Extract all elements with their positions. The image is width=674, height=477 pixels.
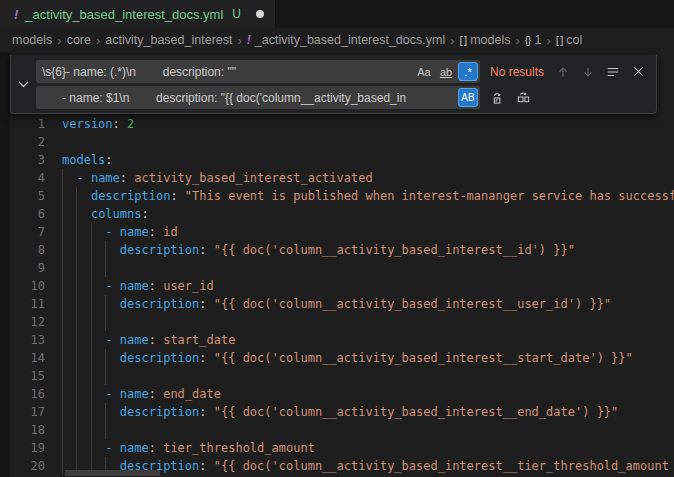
code-line[interactable]: 14 description: "{{ doc('column__activit… [0,349,674,367]
indent-guide [91,223,92,241]
indent-guide [62,313,63,331]
breadcrumb-item[interactable]: models [12,33,52,47]
code-line[interactable]: 9 [0,259,674,277]
code-token: user_id [163,279,214,293]
code-line[interactable]: 1version: 2 [0,115,674,133]
indent-guide [105,421,106,439]
breadcrumb-item[interactable]: activity_based_interest [105,33,232,47]
find-next-button[interactable] [577,61,599,83]
indent-guide [91,403,92,421]
code-token: name [120,441,149,455]
code-token: id [163,225,177,239]
tab-activity-based-interest-docs[interactable]: ! _activity_based_interest_docs.yml U [0,0,276,28]
find-input[interactable]: \s{6}- name: (.*)\n description: "" Aa a… [36,60,480,83]
indent-guide [76,367,77,385]
code-token: : [120,171,134,185]
code-line[interactable]: 8 description: "{{ doc('column__activity… [0,241,674,259]
breadcrumb-label: 1 [534,33,541,47]
modified-indicator-dot[interactable] [256,10,264,18]
code-line-text: - name: user_id [62,277,674,295]
code-line[interactable]: 15 [0,367,674,385]
breadcrumb-item[interactable]: [ ]col [556,33,583,47]
breadcrumb-separator-icon: › [515,33,519,48]
match-case-button[interactable]: Aa [414,62,434,81]
code-line[interactable]: 17 description: "{{ doc('column__activit… [0,403,674,421]
replace-input[interactable]: - name: $1\n description: "{{ doc('colum… [36,86,480,109]
replace-all-button[interactable] [512,87,534,109]
code-line[interactable]: 3models: [0,151,674,169]
git-untracked-badge: U [232,7,241,21]
symbol-object-icon: {} [525,34,531,46]
symbol-array-icon: [ ] [460,34,467,46]
code-token: columns [91,207,142,221]
toggle-replace-button[interactable] [11,55,36,113]
code-token: description [120,351,199,365]
code-token: "{{ doc('column__activity_based_interest… [214,243,575,257]
code-line[interactable]: 10 - name: user_id [0,277,674,295]
breadcrumb: models›core›activity_based_interest›!_ac… [0,28,674,52]
code-token: models [62,153,105,167]
line-number: 16 [0,385,45,403]
code-token: name [120,225,149,239]
code-line[interactable]: 16 - name: end_date [0,385,674,403]
regex-button[interactable]: .* [458,62,478,81]
line-number: 14 [0,349,45,367]
code-token: : [149,279,163,293]
code-line[interactable]: 5 description: "This event is published … [0,187,674,205]
code-line[interactable]: 12 [0,313,674,331]
breadcrumb-item[interactable]: [ ]models [460,33,511,47]
breadcrumb-item[interactable]: {}1 [525,33,542,47]
replace-button[interactable] [487,87,509,109]
close-icon[interactable] [627,61,649,83]
code-token: - [105,279,119,293]
code-line[interactable]: 7 - name: id [0,223,674,241]
breadcrumb-label: activity_based_interest [105,33,232,47]
code-line[interactable]: 18 [0,421,674,439]
indent-guide [76,385,77,403]
code-token [62,225,105,239]
breadcrumb-item[interactable]: !_activity_based_interest_docs.yml [247,33,445,47]
code-line[interactable]: 4 - name: activity_based_interest_activa… [0,169,674,187]
preserve-case-button[interactable]: AB [458,88,478,107]
indent-guide [91,385,92,403]
editor-pane[interactable]: 1version: 223models:4 - name: activity_b… [0,52,674,477]
code-line-text: description: "This event is published wh… [62,187,674,205]
code-line-text [62,259,674,277]
code-token: : [199,243,213,257]
code-area[interactable]: 1version: 223models:4 - name: activity_b… [0,115,674,475]
code-token: description [120,243,199,257]
code-token: tier_threshold_amount [163,441,315,455]
code-token: "{{ doc('column__activity_based_interest… [214,297,611,311]
indent-guide [62,187,63,205]
indent-guide [91,295,92,313]
code-token: : [149,387,163,401]
code-token [62,279,105,293]
horizontal-scrollbar-thumb[interactable] [65,470,160,476]
code-line-text [62,313,674,331]
find-previous-button[interactable] [552,61,574,83]
code-line[interactable]: 11 description: "{{ doc('column__activit… [0,295,674,313]
breadcrumb-item[interactable]: core [67,33,91,47]
code-line[interactable]: 6 columns: [0,205,674,223]
indent-guide [62,349,63,367]
code-line[interactable]: 13 - name: start_date [0,331,674,349]
code-line[interactable]: 2 [0,133,674,151]
indent-guide [62,259,63,277]
code-token: activity_based_interest_activated [134,171,372,185]
find-in-selection-button[interactable] [602,61,624,83]
line-number: 15 [0,367,45,385]
breadcrumb-separator-icon: › [96,33,100,48]
indent-guide [76,205,77,223]
code-token: end_date [163,387,221,401]
code-token: "{{ doc('column__activity_based_interest… [214,459,669,473]
indent-guide [62,385,63,403]
code-token: "{{ doc('column__activity_based_interest… [214,351,633,365]
line-number: 13 [0,331,45,349]
whole-word-button[interactable]: ab [436,62,456,81]
indent-guide [76,241,77,259]
tab-title: _activity_based_interest_docs.yml [25,7,223,22]
line-number: 19 [0,439,45,457]
code-line[interactable]: 19 - name: tier_threshold_amount [0,439,674,457]
code-token: "{{ doc('column__activity_based_interest… [214,405,619,419]
indent-guide [62,223,63,241]
